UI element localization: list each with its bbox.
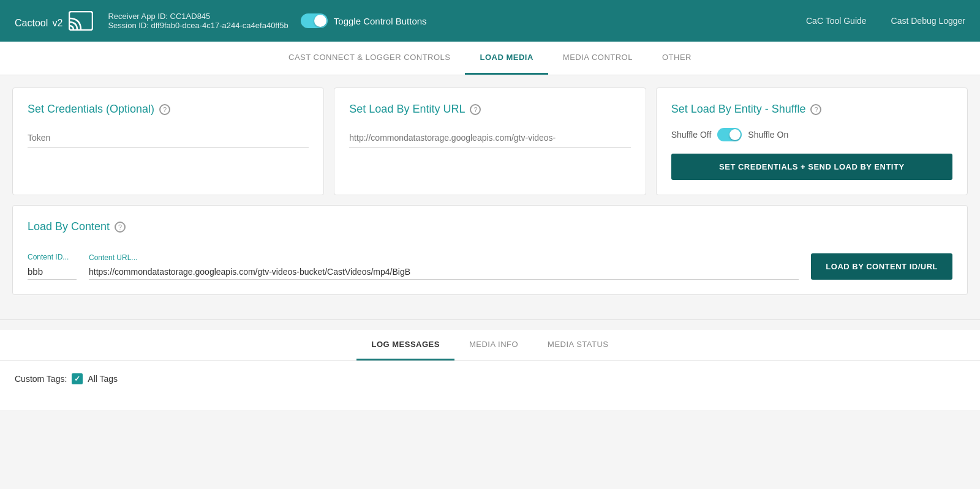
nav-cast-debug-logger[interactable]: Cast Debug Logger bbox=[891, 16, 965, 26]
nav-cac-tool-guide[interactable]: CaC Tool Guide bbox=[806, 16, 867, 26]
main-tab-bar: CAST CONNECT & LOGGER CONTROLS LOAD MEDI… bbox=[0, 42, 980, 75]
content-url-value[interactable]: https://commondatastorage.googleapis.com… bbox=[89, 264, 799, 280]
entity-shuffle-card: Set Load By Entity - Shuffle ? Shuffle O… bbox=[656, 88, 968, 195]
tab-media-info[interactable]: MEDIA INFO bbox=[454, 330, 533, 360]
toggle-control-switch[interactable] bbox=[301, 13, 328, 28]
content-url-group: Content URL... https://commondatastorage… bbox=[89, 253, 799, 280]
set-credentials-send-load-button[interactable]: SET CREDENTIALS + SEND LOAD BY ENTITY bbox=[671, 154, 952, 180]
shuffle-off-label: Shuffle Off bbox=[671, 130, 712, 140]
content-url-label: Content URL... bbox=[89, 253, 799, 262]
app-header: Cactool v2 Receiver App ID: CC1AD845 Ses… bbox=[0, 0, 980, 42]
tab-cast-connect[interactable]: CAST CONNECT & LOGGER CONTROLS bbox=[274, 42, 465, 75]
custom-tags-row: Custom Tags: All Tags bbox=[15, 373, 965, 384]
load-content-card: Load By Content ? Content ID... bbb Cont… bbox=[12, 205, 968, 295]
all-tags-checkbox[interactable] bbox=[72, 373, 83, 384]
credentials-help-icon[interactable]: ? bbox=[159, 104, 170, 115]
entity-url-card-title: Set Load By Entity URL ? bbox=[349, 103, 630, 116]
content-id-label: Content ID... bbox=[28, 253, 77, 261]
top-cards-row: Set Credentials (Optional) ? Set Load By… bbox=[12, 88, 968, 195]
tab-media-control[interactable]: MEDIA CONTROL bbox=[548, 42, 647, 75]
load-content-button[interactable]: LOAD BY CONTENT ID/URL bbox=[811, 253, 952, 280]
logo-area: Cactool v2 bbox=[15, 11, 93, 31]
section-divider bbox=[0, 319, 980, 320]
content-id-value[interactable]: bbb bbox=[28, 264, 77, 280]
session-info: Receiver App ID: CC1AD845 Session ID: df… bbox=[108, 12, 288, 30]
tab-media-status[interactable]: MEDIA STATUS bbox=[533, 330, 623, 360]
cast-icon bbox=[69, 11, 93, 31]
session-info-text: Session ID: dff9fab0-dcea-4c17-a244-ca4e… bbox=[108, 21, 288, 30]
load-fields-row: Content ID... bbb Content URL... https:/… bbox=[28, 253, 952, 280]
toggle-area: Toggle Control Buttons bbox=[301, 13, 427, 28]
receiver-app-info: Receiver App ID: CC1AD845 bbox=[108, 12, 288, 21]
tab-log-messages[interactable]: LOG MESSAGES bbox=[356, 330, 454, 360]
custom-tags-label: Custom Tags: bbox=[15, 374, 67, 384]
tab-load-media[interactable]: LOAD MEDIA bbox=[465, 42, 548, 75]
shuffle-toggle-switch[interactable] bbox=[717, 128, 742, 141]
credentials-card: Set Credentials (Optional) ? bbox=[12, 88, 324, 195]
bottom-content-area: Custom Tags: All Tags bbox=[0, 361, 980, 410]
shuffle-toggle-row: Shuffle Off Shuffle On bbox=[671, 128, 952, 141]
entity-url-card: Set Load By Entity URL ? bbox=[334, 88, 646, 195]
bottom-tab-bar: LOG MESSAGES MEDIA INFO MEDIA STATUS bbox=[0, 330, 980, 361]
content-id-group: Content ID... bbb bbox=[28, 253, 77, 280]
toggle-control-label: Toggle Control Buttons bbox=[334, 16, 427, 26]
tab-other[interactable]: OTHER bbox=[647, 42, 706, 75]
header-nav: CaC Tool Guide Cast Debug Logger bbox=[806, 16, 965, 26]
load-content-card-title: Load By Content ? bbox=[28, 220, 952, 233]
app-name: Cactool v2 bbox=[15, 12, 62, 31]
entity-url-input[interactable] bbox=[349, 128, 630, 148]
all-tags-label: All Tags bbox=[88, 374, 118, 384]
entity-shuffle-card-title: Set Load By Entity - Shuffle ? bbox=[671, 103, 952, 116]
credentials-card-title: Set Credentials (Optional) ? bbox=[28, 103, 309, 116]
token-input[interactable] bbox=[28, 128, 309, 148]
shuffle-on-label: Shuffle On bbox=[748, 130, 788, 140]
load-content-help-icon[interactable]: ? bbox=[115, 222, 126, 233]
entity-shuffle-help-icon[interactable]: ? bbox=[810, 104, 821, 115]
main-content: Set Credentials (Optional) ? Set Load By… bbox=[0, 75, 980, 317]
entity-url-help-icon[interactable]: ? bbox=[470, 104, 481, 115]
